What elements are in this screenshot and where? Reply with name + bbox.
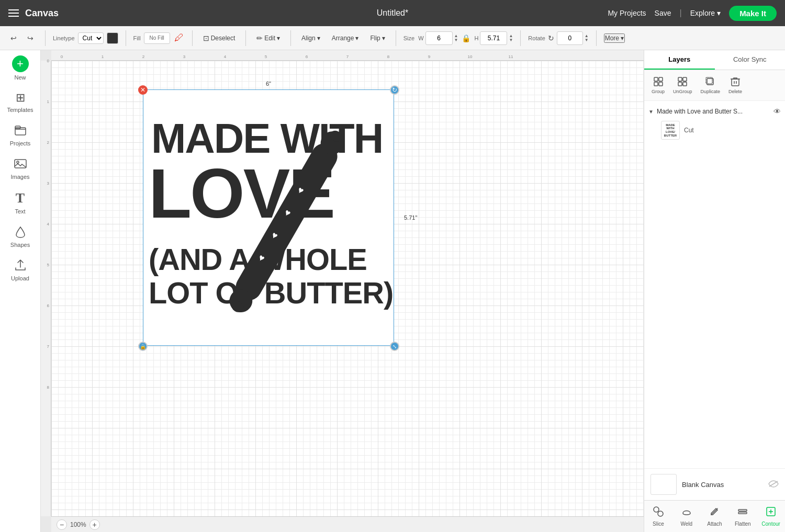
rotate-input[interactable] [557, 31, 583, 45]
zoom-controls: − 100% + [51, 516, 644, 532]
undo-button[interactable]: ↩ [6, 31, 21, 46]
layer-group-header[interactable]: ▼ Made with Love and Butter S... 👁 [648, 105, 781, 118]
canvas-grid[interactable]: MADE WITH LOVE (AND A WHOLE LOT OF BUTTE… [51, 61, 644, 516]
layer-expand-arrow: ▼ [648, 109, 654, 115]
rotate-down-arrow[interactable]: ▼ [585, 38, 589, 42]
layer-visibility-icon[interactable]: 👁 [773, 107, 781, 116]
fill-color-box[interactable] [107, 32, 118, 44]
zoom-in-button[interactable]: + [89, 519, 100, 530]
contour-button[interactable]: Contour [757, 504, 785, 529]
explore-button[interactable]: Explore ▾ [690, 9, 721, 17]
chevron-down-icon: ▾ [717, 9, 721, 17]
upload-icon [14, 258, 27, 273]
rotate-label: Rotate [528, 35, 545, 41]
deselect-button[interactable]: ⊡ Deselect [200, 32, 239, 44]
h-label: H [474, 35, 478, 41]
layer-item[interactable]: MADE WITHLOVE/BUTTER Cut [657, 118, 781, 143]
blank-canvas-visibility-icon[interactable] [768, 480, 779, 489]
flip-chevron: ▾ [382, 35, 385, 42]
tab-layers[interactable]: Layers [644, 50, 715, 70]
contour-icon [765, 506, 777, 520]
layer-group: ▼ Made with Love and Butter S... 👁 MADE … [648, 105, 781, 143]
width-down-arrow[interactable]: ▼ [454, 38, 458, 42]
projects-icon [14, 123, 27, 138]
duplicate-button[interactable]: Duplicate [698, 74, 724, 96]
svg-text:LOT OF BUTTER): LOT OF BUTTER) [149, 276, 393, 310]
save-button[interactable]: Save [655, 9, 671, 17]
sidebar-item-new[interactable]: + New [0, 50, 40, 86]
separator: | [680, 8, 682, 18]
sidebar-item-images[interactable]: Images [0, 152, 40, 185]
svg-rect-21 [678, 77, 682, 81]
my-projects-button[interactable]: My Projects [608, 9, 646, 17]
arrange-button[interactable]: Arrange ▾ [329, 33, 362, 43]
slice-button[interactable]: Slice [644, 504, 672, 529]
delete-icon [730, 76, 741, 88]
topbar: Canvas Untitled* My Projects Save | Expl… [0, 0, 785, 26]
layers-content: ▼ Made with Love and Butter S... 👁 MADE … [644, 101, 785, 468]
dimension-width-label: 6" [143, 81, 394, 87]
w-label: W [418, 35, 423, 41]
arrange-chevron: ▾ [355, 35, 358, 42]
layer-group-title: Made with Love and Butter S... [657, 108, 770, 115]
canvas-area[interactable]: 0 1 2 3 4 5 6 7 8 9 10 11 0 1 2 3 4 5 6 … [41, 50, 644, 532]
sidebar-item-upload[interactable]: Upload [0, 253, 40, 287]
make-it-button[interactable]: Make It [729, 6, 777, 21]
edit-button[interactable]: ✏ Edit ▾ [253, 32, 283, 44]
sidebar-item-projects[interactable]: Projects [0, 118, 40, 152]
images-icon [14, 157, 27, 172]
sidebar-item-templates[interactable]: ⊞ Templates [0, 86, 40, 118]
svg-rect-2 [15, 160, 26, 168]
svg-rect-19 [654, 82, 658, 86]
zoom-out-button[interactable]: − [57, 519, 67, 530]
group-button[interactable]: Group [648, 74, 668, 96]
ungroup-button[interactable]: UnGroup [670, 74, 696, 96]
pen-color-selector[interactable]: 🖊 [173, 32, 185, 44]
attach-icon [709, 506, 720, 520]
hamburger-menu[interactable] [8, 9, 19, 17]
fill-label: Fill [133, 35, 141, 41]
horizontal-ruler: 0 1 2 3 4 5 6 7 8 9 10 11 [51, 50, 644, 61]
blank-canvas-row: Blank Canvas [644, 468, 785, 500]
attach-button[interactable]: Attach [701, 504, 729, 529]
right-panel: Layers Color Sync Group [644, 50, 785, 532]
artwork-svg: MADE WITH LOVE (AND A WHOLE LOT OF BUTTE… [143, 90, 394, 345]
height-down-arrow[interactable]: ▼ [509, 38, 513, 42]
text-icon: T [16, 190, 25, 206]
fill-none-selector[interactable]: No Fill [144, 32, 170, 44]
align-button[interactable]: Align ▾ [298, 33, 323, 43]
svg-point-34 [658, 511, 663, 516]
flatten-button[interactable]: Flatten [728, 504, 757, 529]
lock-proportions-icon[interactable]: 🔒 [462, 34, 470, 42]
svg-rect-36 [738, 512, 747, 514]
weld-button[interactable]: Weld [672, 504, 701, 529]
handle-rotate[interactable]: ↻ [390, 85, 399, 95]
svg-rect-18 [659, 77, 663, 81]
height-input[interactable] [480, 31, 507, 45]
sidebar-item-shapes[interactable]: Shapes [0, 220, 40, 253]
delete-button[interactable]: Delete [725, 74, 745, 96]
vertical-ruler: 0 1 2 3 4 5 6 7 8 [41, 61, 51, 516]
sidebar-item-text[interactable]: T Text [0, 185, 40, 220]
flatten-icon [737, 506, 748, 520]
group-icon [653, 76, 664, 88]
handle-delete[interactable]: ✕ [138, 85, 148, 95]
width-input[interactable] [425, 31, 453, 45]
duplicate-icon [705, 76, 715, 88]
edit-chevron: ▾ [277, 35, 280, 42]
rotate-icon: ↻ [548, 34, 554, 42]
more-button[interactable]: More ▾ [604, 33, 625, 43]
new-icon: + [12, 55, 29, 72]
handle-resize[interactable]: ⤡ [390, 342, 399, 351]
flip-button[interactable]: Flip ▾ [367, 33, 388, 43]
slice-icon [653, 506, 664, 520]
redo-button[interactable]: ↪ [23, 31, 38, 46]
linetype-select[interactable]: Cut [78, 32, 104, 44]
templates-icon: ⊞ [16, 91, 25, 105]
layer-cut-type: Cut [684, 127, 694, 134]
zoom-level: 100% [70, 521, 86, 528]
handle-lock[interactable]: 🔒 [138, 342, 148, 351]
document-title: Untitled* [377, 8, 408, 18]
tab-color-sync[interactable]: Color Sync [715, 50, 786, 70]
artwork-canvas[interactable]: MADE WITH LOVE (AND A WHOLE LOT OF BUTTE… [143, 89, 394, 346]
